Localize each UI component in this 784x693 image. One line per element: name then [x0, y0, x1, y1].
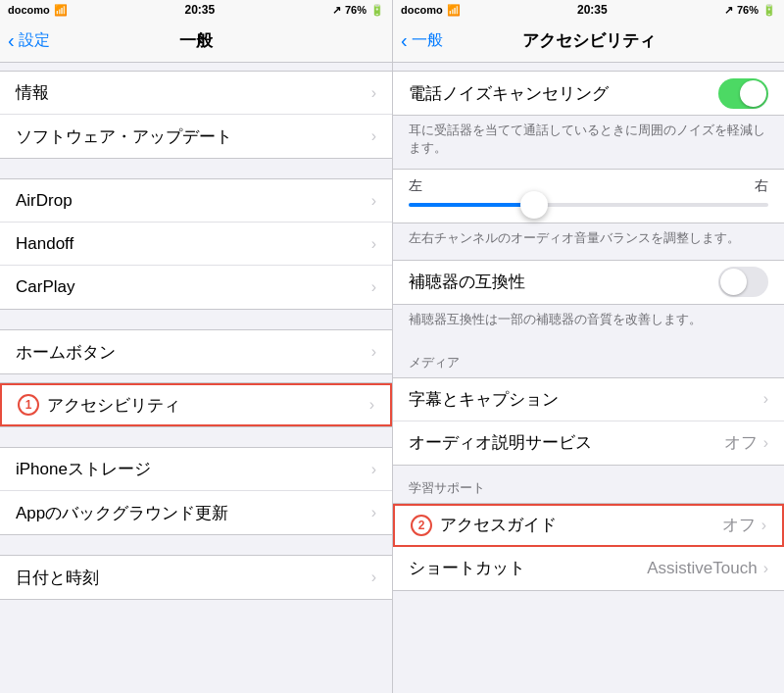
left-screen: docomo 📶 20:35 ↗ 76% 🔋 ‹ 設定 一般 情報 › ソ	[0, 0, 392, 693]
list-item-airdrop[interactable]: AirDrop ›	[0, 179, 392, 223]
toggle-knob-2	[720, 269, 747, 295]
list-item-carplay[interactable]: CarPlay ›	[0, 266, 392, 309]
spacer-4	[0, 374, 392, 382]
status-bar-left: docomo 📶 20:35 ↗ 76% 🔋	[0, 0, 392, 20]
chevron-right-icon: ›	[371, 192, 376, 210]
status-bar-right: docomo 📶 20:35 ↗ 76% 🔋	[393, 0, 784, 20]
media-section: 字幕とキャプション › オーディオ説明サービス オフ ›	[393, 377, 784, 466]
spacer-3	[0, 310, 392, 329]
hearing-aid-toggle[interactable]	[718, 267, 768, 297]
section-2: AirDrop › Handoff › CarPlay ›	[0, 178, 392, 310]
slider-section: 左 右	[393, 169, 784, 223]
list-item-handoff[interactable]: Handoff ›	[0, 223, 392, 266]
slider-right-label: 右	[755, 177, 768, 195]
chevron-right-icon: ›	[371, 127, 376, 145]
hearing-aid-description: 補聴器互換性は一部の補聴器の音質を改善します。	[393, 305, 784, 340]
study-section: 2 アクセスガイド オフ › ショートカット AssistiveTouch ›	[393, 503, 784, 591]
audio-balance-slider[interactable]	[409, 203, 768, 207]
chevron-right-icon: ›	[371, 569, 376, 586]
badge-2: 2	[411, 515, 432, 536]
hearing-aid-section: 補聴器の互換性	[393, 260, 784, 305]
content-right: 電話ノイズキャンセリング 耳に受話器を当てて通話しているときに周囲のノイズを軽減…	[393, 63, 784, 693]
section-3: ホームボタン ›	[0, 329, 392, 374]
list-item-bgrefresh[interactable]: Appのバックグラウンド更新 ›	[0, 491, 392, 534]
list-item-datetime[interactable]: 日付と時刻 ›	[0, 556, 392, 599]
spacer-r-bottom	[393, 591, 784, 611]
chevron-right-icon: ›	[761, 517, 766, 534]
back-chevron-right: ‹	[401, 29, 408, 52]
noise-cancel-section: 電話ノイズキャンセリング	[393, 71, 784, 116]
back-label-left: 設定	[19, 30, 50, 51]
wifi-icon-right: 📶	[447, 4, 461, 17]
spacer-6	[0, 535, 392, 555]
badge-1: 1	[18, 394, 39, 416]
chevron-right-icon: ›	[371, 278, 376, 296]
section-5: iPhoneストレージ › Appのバックグラウンド更新 ›	[0, 447, 392, 535]
right-screen: docomo 📶 20:35 ↗ 76% 🔋 ‹ 一般 アクセシビリティ 電話ノ…	[392, 0, 784, 693]
page-title-right: アクセシビリティ	[522, 29, 656, 52]
slider-fill	[409, 203, 534, 207]
list-item-home[interactable]: ホームボタン ›	[0, 330, 392, 373]
list-item-shortcut[interactable]: ショートカット AssistiveTouch ›	[393, 547, 784, 590]
noise-cancel-toggle[interactable]	[718, 78, 768, 109]
time-right: 20:35	[577, 3, 608, 17]
list-item[interactable]: 情報 ›	[0, 72, 392, 115]
slider-labels: 左 右	[409, 177, 768, 195]
list-item-audio-desc[interactable]: オーディオ説明サービス オフ ›	[393, 421, 784, 465]
battery-percent-right: 76%	[737, 4, 759, 16]
chevron-right-icon: ›	[763, 560, 768, 577]
chevron-right-icon: ›	[371, 461, 376, 478]
chevron-right-icon: ›	[371, 504, 376, 521]
battery-icon-left: 🔋	[370, 4, 384, 17]
page-title-left: 一般	[179, 29, 213, 52]
list-item[interactable]: ソフトウェア・アップデート ›	[0, 115, 392, 158]
spacer-5	[0, 427, 392, 447]
chevron-right-icon: ›	[763, 434, 768, 452]
slider-left-label: 左	[409, 177, 422, 195]
back-button-left[interactable]: ‹ 設定	[8, 29, 50, 52]
carrier-right: docomo	[401, 4, 443, 16]
chevron-right-icon: ›	[371, 343, 376, 361]
nav-bar-right: ‹ 一般 アクセシビリティ	[393, 20, 784, 63]
content-left: 情報 › ソフトウェア・アップデート › AirDrop › Handoff ›…	[0, 63, 392, 693]
nav-bar-left: ‹ 設定 一般	[0, 20, 392, 63]
list-item-access-guide[interactable]: 2 アクセスガイド オフ ›	[393, 504, 784, 547]
battery-percent-left: 76%	[345, 4, 367, 16]
chevron-right-icon: ›	[763, 390, 768, 408]
noise-cancel-description: 耳に受話器を当てて通話しているときに周囲のノイズを軽減します。	[393, 116, 784, 169]
list-item-noise-cancel: 電話ノイズキャンセリング	[393, 72, 784, 115]
list-item-subtitles[interactable]: 字幕とキャプション ›	[393, 378, 784, 421]
back-chevron-left: ‹	[8, 29, 15, 52]
battery-icon-right: 🔋	[762, 4, 776, 17]
study-support-header: 学習サポート	[393, 466, 784, 503]
list-item-storage[interactable]: iPhoneストレージ ›	[0, 448, 392, 491]
slider-description: 左右チャンネルのオーディオ音量バランスを調整します。	[393, 223, 784, 259]
toggle-knob	[740, 80, 766, 107]
section-1: 情報 › ソフトウェア・アップデート ›	[0, 71, 392, 159]
back-label-right: 一般	[412, 30, 443, 51]
slider-thumb	[520, 191, 548, 219]
section-4: 1 アクセシビリティ ›	[0, 382, 392, 427]
section-6: 日付と時刻 ›	[0, 555, 392, 600]
spacer-2	[0, 159, 392, 178]
media-section-header: メディア	[393, 340, 784, 377]
back-button-right[interactable]: ‹ 一般	[401, 29, 443, 52]
chevron-right-icon: ›	[369, 396, 374, 414]
time-left: 20:35	[185, 3, 216, 17]
chevron-right-icon: ›	[371, 235, 376, 253]
gps-icon-left: ↗	[332, 4, 341, 17]
list-item-accessibility[interactable]: 1 アクセシビリティ ›	[0, 383, 392, 426]
chevron-right-icon: ›	[371, 84, 376, 102]
gps-icon-right: ↗	[724, 4, 733, 17]
wifi-icon-left: 📶	[54, 4, 68, 17]
carrier-left: docomo	[8, 4, 50, 16]
list-item-hearing-aid: 補聴器の互換性	[393, 261, 784, 304]
spacer-r1	[393, 63, 784, 71]
spacer-1	[0, 63, 392, 71]
